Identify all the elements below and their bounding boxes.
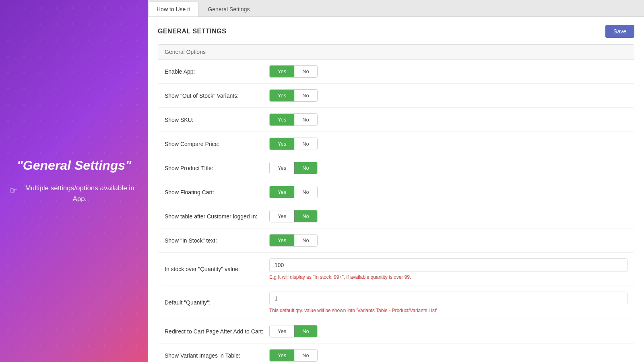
toggle-group-show-product-title: YesNo: [269, 162, 318, 174]
setting-control-show-product-title: YesNo: [269, 162, 627, 174]
setting-label-show-table-after-login: Show table after Customer logged in:: [165, 213, 269, 220]
toggle-yes-show-floating-cart[interactable]: Yes: [270, 186, 294, 198]
setting-control-in-stock-quantity: E.g It will display as "In stock: 99+", …: [269, 258, 627, 280]
toggle-no-redirect-to-cart[interactable]: No: [294, 325, 317, 337]
hint-in-stock-quantity: E.g It will display as "In stock: 99+", …: [269, 274, 627, 280]
setting-row-in-stock-quantity: In stock over "Quantity" value:E.g It wi…: [158, 253, 634, 286]
toggle-group-enable-app: YesNo: [269, 65, 318, 78]
setting-row-default-quantity: Default "Quantity":This default qty. val…: [158, 286, 634, 319]
toggle-yes-show-sku[interactable]: Yes: [270, 114, 294, 125]
setting-control-show-floating-cart: YesNo: [269, 186, 627, 198]
setting-control-show-compare-price: YesNo: [269, 138, 627, 150]
toggle-no-show-table-after-login[interactable]: No: [294, 210, 317, 222]
settings-panel: General Options Enable App:YesNoShow "Ou…: [158, 44, 634, 362]
sidebar-title: "General Settings": [10, 158, 138, 173]
setting-control-default-quantity: This default qty. value will be shown in…: [269, 292, 627, 313]
setting-label-enable-app: Enable App:: [165, 68, 269, 75]
setting-label-show-out-of-stock: Show "Out of Stock" Variants:: [165, 93, 269, 99]
toggle-group-show-sku: YesNo: [269, 113, 318, 126]
setting-label-show-floating-cart: Show Floating Cart:: [165, 189, 269, 195]
setting-row-show-sku: Show SKU:YesNo: [158, 108, 634, 132]
save-button[interactable]: Save: [605, 25, 634, 38]
input-in-stock-quantity[interactable]: [269, 258, 627, 272]
setting-control-show-variant-images: YesNo: [269, 349, 627, 362]
setting-row-show-compare-price: Show Compare Price:YesNo: [158, 132, 634, 156]
toggle-yes-enable-app[interactable]: Yes: [270, 66, 294, 77]
setting-control-show-table-after-login: YesNo: [269, 210, 627, 222]
tab-how-to-use[interactable]: How to Use it: [148, 2, 198, 16]
setting-control-show-sku: YesNo: [269, 113, 627, 126]
main-content: How to Use it General Settings GENERAL S…: [148, 0, 644, 362]
setting-row-show-variant-images: Show Variant Images in Table:YesNo: [158, 343, 634, 362]
toggle-yes-show-product-title[interactable]: Yes: [270, 162, 294, 174]
setting-row-show-table-after-login: Show table after Customer logged in:YesN…: [158, 204, 634, 228]
toggle-yes-show-out-of-stock[interactable]: Yes: [270, 90, 294, 101]
pointer-icon: ☞: [10, 183, 18, 197]
setting-row-redirect-to-cart: Redirect to Cart Page After Add to Cart:…: [158, 319, 634, 343]
toggle-group-show-in-stock-text: YesNo: [269, 234, 318, 247]
input-default-quantity[interactable]: [269, 292, 627, 305]
content-area: GENERAL SETTINGS Save General Options En…: [148, 17, 644, 362]
setting-label-in-stock-quantity: In stock over "Quantity" value:: [165, 266, 269, 272]
setting-row-show-out-of-stock: Show "Out of Stock" Variants:YesNo: [158, 84, 634, 108]
setting-label-default-quantity: Default "Quantity":: [165, 299, 269, 306]
sidebar-description: ☞ Multiple settings/options available in…: [10, 183, 138, 204]
toggle-group-show-table-after-login: YesNo: [269, 210, 318, 222]
setting-label-show-in-stock-text: Show "In Stock" text:: [165, 237, 269, 244]
setting-control-show-out-of-stock: YesNo: [269, 89, 627, 102]
toggle-no-show-variant-images[interactable]: No: [294, 350, 317, 361]
setting-row-show-floating-cart: Show Floating Cart:YesNo: [158, 180, 634, 204]
tab-bar: How to Use it General Settings: [148, 0, 644, 17]
page-header: GENERAL SETTINGS Save: [158, 25, 634, 38]
setting-label-show-variant-images: Show Variant Images in Table:: [165, 352, 269, 359]
toggle-no-show-sku[interactable]: No: [294, 114, 317, 125]
setting-control-enable-app: YesNo: [269, 65, 627, 78]
setting-control-show-in-stock-text: YesNo: [269, 234, 627, 247]
toggle-no-show-product-title[interactable]: No: [294, 162, 317, 174]
toggle-no-show-out-of-stock[interactable]: No: [294, 90, 317, 101]
page-title: GENERAL SETTINGS: [158, 28, 226, 35]
settings-container: Enable App:YesNoShow "Out of Stock" Vari…: [158, 60, 634, 362]
sidebar-desc-text: Multiple settings/options available in A…: [21, 183, 138, 204]
setting-label-show-product-title: Show Product Title:: [165, 165, 269, 171]
toggle-group-show-compare-price: YesNo: [269, 138, 318, 150]
setting-row-show-in-stock-text: Show "In Stock" text:YesNo: [158, 228, 634, 253]
panel-header: General Options: [158, 45, 634, 60]
toggle-group-show-floating-cart: YesNo: [269, 186, 318, 198]
sidebar: "General Settings" ☞ Multiple settings/o…: [0, 0, 148, 362]
toggle-yes-redirect-to-cart[interactable]: Yes: [270, 325, 294, 337]
toggle-yes-show-variant-images[interactable]: Yes: [270, 350, 294, 361]
setting-label-show-sku: Show SKU:: [165, 117, 269, 123]
toggle-group-redirect-to-cart: YesNo: [269, 325, 318, 337]
toggle-group-show-out-of-stock: YesNo: [269, 89, 318, 102]
toggle-yes-show-table-after-login[interactable]: Yes: [270, 210, 294, 222]
toggle-yes-show-in-stock-text[interactable]: Yes: [270, 234, 294, 246]
setting-label-redirect-to-cart: Redirect to Cart Page After Add to Cart:: [165, 328, 269, 335]
setting-row-show-product-title: Show Product Title:YesNo: [158, 156, 634, 180]
setting-label-show-compare-price: Show Compare Price:: [165, 141, 269, 147]
setting-control-redirect-to-cart: YesNo: [269, 325, 627, 337]
setting-row-enable-app: Enable App:YesNo: [158, 60, 634, 84]
toggle-no-enable-app[interactable]: No: [294, 66, 317, 77]
toggle-group-show-variant-images: YesNo: [269, 349, 318, 362]
toggle-no-show-floating-cart[interactable]: No: [294, 186, 317, 198]
tab-general-settings[interactable]: General Settings: [199, 2, 258, 16]
toggle-no-show-in-stock-text[interactable]: No: [294, 234, 317, 246]
toggle-no-show-compare-price[interactable]: No: [294, 138, 317, 150]
toggle-yes-show-compare-price[interactable]: Yes: [270, 138, 294, 150]
hint-default-quantity: This default qty. value will be shown in…: [269, 308, 627, 313]
